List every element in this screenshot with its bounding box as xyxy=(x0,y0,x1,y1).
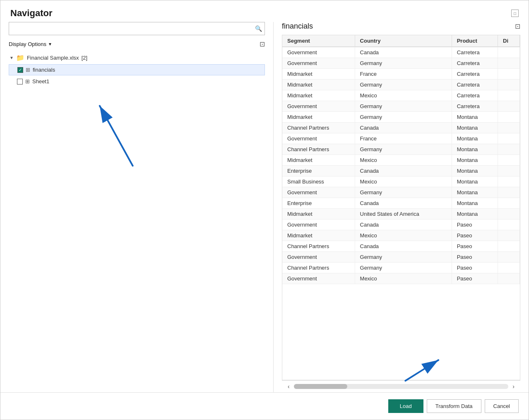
table-cell: Midmarket xyxy=(282,90,355,101)
search-icon: 🔍 xyxy=(255,25,262,32)
table-icon-sheet1: ⊞ xyxy=(25,78,30,84)
table-cell: Montana xyxy=(452,198,498,209)
table-row: MidmarketGermanyMontana xyxy=(282,112,520,123)
table-cell: Carretera xyxy=(452,101,498,112)
search-bar: 🔍 xyxy=(9,22,265,35)
table-cell: Montana xyxy=(452,166,498,176)
table-cell: Montana xyxy=(452,209,498,220)
table-cell: United States of America xyxy=(355,209,452,220)
table-cell: Government xyxy=(282,47,355,58)
table-cell: Montana xyxy=(452,123,498,133)
table-cell: Small Business xyxy=(282,176,355,187)
table-row: GovernmentGermanyMontana xyxy=(282,187,520,198)
tree-folder[interactable]: ▼ 📁 Financial Sample.xlsx [2] xyxy=(9,52,265,63)
scroll-left-button[interactable]: ‹ xyxy=(285,382,292,391)
table-cell: Channel Partners xyxy=(282,241,355,252)
search-input[interactable] xyxy=(12,26,255,32)
table-cell: Montana xyxy=(452,176,498,187)
table-icon-financials: ⊞ xyxy=(26,67,30,73)
preview-icon-button[interactable]: ⊡ xyxy=(515,22,520,30)
load-button[interactable]: Load xyxy=(388,399,423,413)
table-cell-di xyxy=(498,112,520,123)
table-row: GovernmentCanadaCarretera xyxy=(282,47,520,58)
table-row: Channel PartnersCanadaMontana xyxy=(282,123,520,133)
checkbox-financials[interactable] xyxy=(17,67,23,73)
folder-icon: 📁 xyxy=(16,54,24,62)
tree-item-label-sheet1: Sheet1 xyxy=(32,78,49,84)
table-cell: Germany xyxy=(355,252,452,263)
table-cell: Montana xyxy=(452,155,498,166)
table-cell: Canada xyxy=(355,166,452,176)
table-cell: Mexico xyxy=(355,230,452,241)
scroll-track[interactable] xyxy=(294,384,509,389)
table-cell: Canada xyxy=(355,123,452,133)
table-cell-di xyxy=(498,155,520,166)
table-cell-di xyxy=(498,220,520,230)
preview-title: financials xyxy=(282,22,313,31)
table-cell-di xyxy=(498,101,520,112)
table-cell: Enterprise xyxy=(282,198,355,209)
table-row: GovernmentCanadaPaseo xyxy=(282,220,520,230)
table-cell: Government xyxy=(282,220,355,230)
nav-icon-button[interactable]: ⊡ xyxy=(260,40,265,48)
table-header-row: Segment Country Product Di xyxy=(282,35,520,47)
table-cell: Germany xyxy=(355,101,452,112)
table-row: EnterpriseCanadaMontana xyxy=(282,166,520,176)
navigator-dialog: Navigator □ 🔍 Display Options ▼ ⊡ xyxy=(0,0,529,420)
tree-item-financials[interactable]: ⊞ financials xyxy=(9,64,265,75)
display-options-label: Display Options xyxy=(9,41,46,47)
table-cell: France xyxy=(355,69,452,80)
chevron-down-icon: ▼ xyxy=(48,42,52,46)
table-row: MidmarketUnited States of AmericaMontana xyxy=(282,209,520,220)
scroll-right-button[interactable]: › xyxy=(510,382,517,391)
table-cell: Paseo xyxy=(452,263,498,273)
table-cell: Montana xyxy=(452,133,498,144)
table-cell: Midmarket xyxy=(282,69,355,80)
table-cell: Canada xyxy=(355,241,452,252)
table-cell: Paseo xyxy=(452,241,498,252)
title-bar: Navigator □ xyxy=(0,0,529,22)
table-cell: Germany xyxy=(355,263,452,273)
table-cell: Carretera xyxy=(452,69,498,80)
table-cell: Paseo xyxy=(452,220,498,230)
table-cell: Channel Partners xyxy=(282,123,355,133)
dialog-title: Navigator xyxy=(10,8,52,19)
column-header-product: Product xyxy=(452,35,498,47)
window-close-button[interactable]: □ xyxy=(511,10,519,17)
table-cell: Midmarket xyxy=(282,112,355,123)
table-row: MidmarketGermanyCarretera xyxy=(282,80,520,90)
table-cell: Germany xyxy=(355,144,452,155)
table-cell: Germany xyxy=(355,112,452,123)
folder-name: Financial Sample.xlsx xyxy=(27,55,79,61)
display-options-row: Display Options ▼ ⊡ xyxy=(9,40,265,48)
table-row: MidmarketFranceCarretera xyxy=(282,69,520,80)
table-row: MidmarketMexicoPaseo xyxy=(282,230,520,241)
table-row: MidmarketMexicoMontana xyxy=(282,155,520,166)
table-cell-di xyxy=(498,252,520,263)
cancel-button[interactable]: Cancel xyxy=(485,399,519,413)
table-cell-di xyxy=(498,90,520,101)
table-cell: Government xyxy=(282,273,355,284)
transform-data-button[interactable]: Transform Data xyxy=(427,399,481,413)
table-body: GovernmentCanadaCarreteraGovernmentGerma… xyxy=(282,47,520,284)
table-cell: Midmarket xyxy=(282,155,355,166)
checkbox-sheet1[interactable] xyxy=(17,79,23,84)
collapse-icon: ▼ xyxy=(10,56,14,60)
right-panel: financials ⊡ Segment Country Product Di xyxy=(274,22,520,392)
data-table-wrapper[interactable]: Segment Country Product Di GovernmentCan… xyxy=(282,35,520,380)
table-cell-di xyxy=(498,144,520,155)
tree-item-sheet1[interactable]: ⊞ Sheet1 xyxy=(9,76,265,87)
scroll-thumb xyxy=(294,384,348,389)
table-cell: Channel Partners xyxy=(282,263,355,273)
data-table-container: Segment Country Product Di GovernmentCan… xyxy=(282,35,520,380)
tree-item-label-financials: financials xyxy=(33,67,55,73)
table-row: Channel PartnersCanadaPaseo xyxy=(282,241,520,252)
table-cell-di xyxy=(498,176,520,187)
table-cell: Midmarket xyxy=(282,230,355,241)
table-cell: Canada xyxy=(355,47,452,58)
table-row: GovernmentGermanyCarretera xyxy=(282,101,520,112)
table-cell: Mexico xyxy=(355,176,452,187)
table-cell: Government xyxy=(282,187,355,198)
display-options-button[interactable]: Display Options ▼ xyxy=(9,41,52,47)
table-cell-di xyxy=(498,166,520,176)
